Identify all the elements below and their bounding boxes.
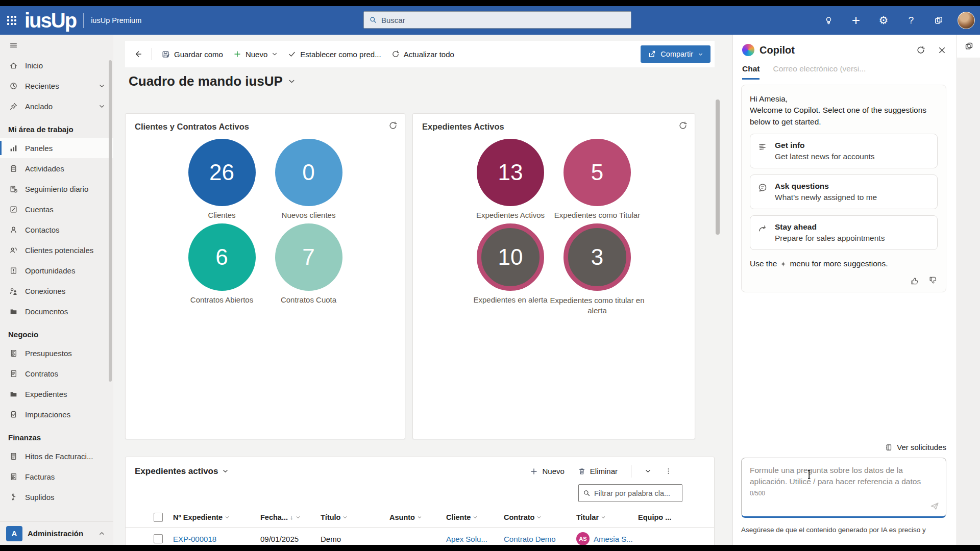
sidebar-item-presupuestos[interactable]: Presupuestos — [0, 343, 113, 363]
save-icon — [161, 50, 170, 59]
grid-new-button[interactable]: Nuevo — [526, 464, 568, 479]
sidebar-item-recientes[interactable]: Recientes — [0, 76, 113, 96]
share-button[interactable]: Compartir — [641, 45, 710, 63]
copilot-input[interactable]: Formule una pregunta sobre los datos de … — [741, 458, 946, 518]
settings-button[interactable]: ⚙ — [870, 6, 897, 35]
sidebar-item-contratos[interactable]: Contratos — [0, 363, 113, 384]
account-button[interactable] — [952, 6, 980, 35]
suggestion-get-info[interactable]: Get info Get latest news for accounts — [750, 134, 938, 168]
row-titular-cell[interactable]: AS Amesia S... — [576, 532, 638, 545]
column-cliente[interactable]: Cliente — [446, 513, 504, 521]
sidebar-item-label: Contactos — [25, 226, 60, 234]
sidebar-item-documentos[interactable]: Documentos — [0, 301, 113, 321]
row-contrato-link[interactable]: Contrato Demo — [504, 535, 576, 543]
refresh-all-button[interactable]: Actualizar todo — [386, 46, 459, 63]
row-titular-link[interactable]: Amesia S... — [594, 535, 633, 543]
stat-circle[interactable]: 26 — [188, 139, 256, 206]
back-button[interactable] — [128, 45, 148, 63]
widget-refresh-button[interactable] — [678, 121, 688, 130]
set-default-button[interactable]: Establecer como pred... — [283, 46, 386, 63]
notebook-icon — [885, 443, 893, 452]
column-equipo[interactable]: Equipo ... — [638, 513, 714, 521]
stat-circle[interactable]: 3 — [564, 223, 631, 291]
stat-circle[interactable]: 10 — [477, 223, 544, 291]
tab-correo-electronico[interactable]: Correo electrónico (versi... — [773, 64, 866, 80]
app-launcher-icon[interactable] — [7, 16, 16, 25]
copilot-rail-button[interactable] — [957, 35, 980, 58]
table-row[interactable]: EXP-000018 09/01/2025 Demo Apex Solu... … — [126, 528, 714, 545]
stat-nuevos-clientes: 0 Nuevos clientes — [265, 139, 352, 219]
sidebar-item-suplidos[interactable]: Suplidos — [0, 487, 113, 507]
column-expediente[interactable]: Nº Expediente — [173, 513, 260, 521]
grid-filter[interactable] — [578, 484, 682, 502]
stat-circle[interactable]: 0 — [275, 139, 342, 206]
column-contrato[interactable]: Contrato — [504, 513, 576, 521]
send-icon[interactable] — [929, 501, 940, 511]
sidebar-scrollbar[interactable] — [109, 60, 112, 382]
stat-circle[interactable]: 7 — [275, 223, 342, 291]
suggestion-desc: What's newly assigned to me — [775, 193, 877, 202]
collapse-sidebar-button[interactable] — [0, 35, 113, 55]
sidebar-item-hitos-facturacion[interactable]: Hitos de Facturaci... — [0, 446, 113, 466]
tab-chat[interactable]: Chat — [742, 64, 760, 80]
save-as-button[interactable]: Guardar como — [156, 46, 228, 63]
help-button[interactable]: ? — [897, 6, 925, 35]
sidebar-item-label: Cuentas — [25, 205, 54, 214]
sidebar-item-inicio[interactable]: Inicio — [0, 55, 113, 76]
sidebar-item-conexiones[interactable]: Conexiones — [0, 281, 113, 301]
widget-refresh-button[interactable] — [388, 121, 398, 130]
dashboard-title-dropdown[interactable]: Cuadro de mando iusUP — [129, 73, 296, 89]
sidebar-item-paneles[interactable]: Paneles — [0, 138, 113, 158]
stat-value: 26 — [209, 160, 234, 185]
sidebar-item-imputaciones[interactable]: Imputaciones — [0, 404, 113, 424]
global-search[interactable] — [363, 11, 631, 29]
copilot-hint: Use the menu for more suggestions. — [750, 259, 938, 268]
select-all-checkbox[interactable] — [154, 513, 163, 522]
copilot-refresh-icon[interactable] — [916, 45, 925, 55]
column-titular[interactable]: Titular — [576, 513, 638, 521]
stat-circle[interactable]: 6 — [188, 223, 256, 291]
sidebar-item-contactos[interactable]: Contactos — [0, 219, 113, 240]
chevron-down-icon — [272, 51, 278, 57]
column-titulo[interactable]: Título — [321, 513, 389, 521]
main-scrollbar[interactable] — [716, 99, 720, 235]
side-pane-rail — [957, 35, 980, 545]
sidebar-item-actividades[interactable]: Actividades — [0, 158, 113, 179]
grid-delete-button[interactable]: Eliminar — [574, 464, 622, 479]
copilot-title: Copilot — [760, 44, 795, 56]
grid-overflow-button[interactable] — [660, 464, 676, 478]
thumbs-up-icon[interactable] — [910, 277, 919, 286]
stat-circle[interactable]: 13 — [477, 139, 544, 206]
area-switcher[interactable]: A Administración — [0, 521, 113, 545]
grid-more-commands-button[interactable] — [641, 465, 655, 478]
thumbs-down-icon[interactable] — [928, 277, 938, 286]
column-asunto[interactable]: Asunto — [389, 513, 446, 521]
close-icon[interactable] — [938, 46, 946, 55]
sidebar-item-anclado[interactable]: Anclado — [0, 96, 113, 116]
suggestion-stay-ahead[interactable]: Stay ahead Prepare for sales appointment… — [750, 215, 938, 250]
view-requests-button[interactable]: Ver solicitudes — [741, 443, 946, 452]
copilot-toggle-button[interactable] — [925, 6, 952, 35]
row-cliente-link[interactable]: Apex Solu... — [446, 535, 504, 543]
stat-expedientes-activos: 13 Expedientes Activos — [467, 139, 554, 219]
ideas-button[interactable] — [815, 6, 842, 35]
sidebar-item-clientes-potenciales[interactable]: Clientes potenciales — [0, 240, 113, 260]
brand-logo[interactable]: iusUp — [24, 10, 83, 31]
sidebar-item-facturas[interactable]: Facturas — [0, 466, 113, 487]
suggestion-ask-questions[interactable]: Ask questions What's newly assigned to m… — [750, 174, 938, 209]
global-search-input[interactable] — [381, 16, 626, 24]
row-checkbox[interactable] — [154, 534, 163, 543]
new-button[interactable]: Nuevo — [228, 46, 283, 63]
stat-circle[interactable]: 5 — [564, 139, 631, 206]
quick-create-button[interactable]: + — [842, 6, 870, 35]
column-fecha[interactable]: Fecha...↓ — [260, 513, 321, 521]
sidebar-item-expedientes[interactable]: Expedientes — [0, 384, 113, 404]
row-expediente-link[interactable]: EXP-000018 — [173, 535, 260, 543]
sidebar-item-cuentas[interactable]: Cuentas — [0, 199, 113, 219]
top-app-bar: iusUp iusUp Premium + ⚙ ? — [0, 6, 980, 35]
grid-title-dropdown[interactable]: Expedientes activos — [135, 466, 229, 477]
sidebar-item-seguimiento-diario[interactable]: Seguimiento diario — [0, 179, 113, 199]
grid-filter-input[interactable] — [594, 489, 678, 497]
sidebar-item-oportunidades[interactable]: Oportunidades — [0, 260, 113, 281]
sidebar-section-mi-area: Mi área de trabajo — [0, 120, 113, 138]
